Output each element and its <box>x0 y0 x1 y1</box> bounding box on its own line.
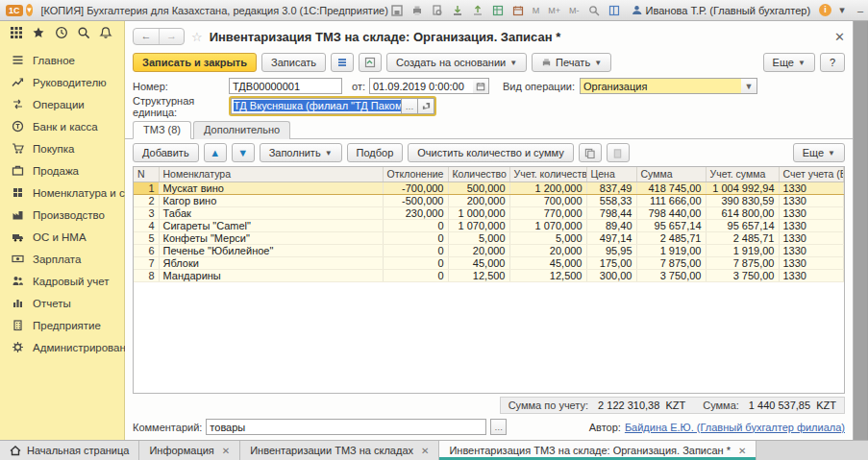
cell-acc-sum[interactable]: 2 485,71 <box>706 231 779 244</box>
sidebar-item-grid[interactable]: Номенклатура и склад <box>0 182 124 204</box>
zoom-button[interactable] <box>585 3 603 18</box>
cell-account[interactable]: 1330 <box>779 182 844 194</box>
date-field[interactable] <box>369 78 473 94</box>
comment-field[interactable] <box>206 419 486 435</box>
help-button[interactable]: ? <box>820 53 845 72</box>
close-tab-icon[interactable]: ✕ <box>738 446 746 456</box>
cell-deviation[interactable]: 0 <box>383 256 448 269</box>
export-button[interactable] <box>469 3 486 18</box>
cell-line-number[interactable]: 2 <box>134 194 159 206</box>
cell-price[interactable]: 837,49 <box>586 182 636 194</box>
cell-account[interactable]: 1330 <box>779 269 844 281</box>
save-button[interactable] <box>388 3 406 18</box>
cell-deviation[interactable]: -700,000 <box>383 182 448 194</box>
cell-deviation[interactable]: 0 <box>383 219 448 231</box>
cell-acc-sum[interactable]: 3 750,00 <box>706 269 779 281</box>
table-button[interactable] <box>489 3 507 18</box>
register-records-button[interactable] <box>331 53 354 72</box>
cell-account[interactable]: 1330 <box>779 256 844 269</box>
cell-acc-quantity[interactable]: 12,500 <box>509 269 586 281</box>
import-button[interactable] <box>449 3 466 18</box>
cell-acc-quantity[interactable]: 700,000 <box>509 194 586 206</box>
cell-price[interactable]: 558,33 <box>586 194 636 206</box>
col-header-acc-sum[interactable]: Учет. сумма <box>706 167 779 182</box>
col-header-account[interactable]: Счет учета (БУ) <box>779 167 844 182</box>
col-header-acc-quantity[interactable]: Учет. количество <box>509 167 586 182</box>
table-row[interactable]: 8Мандарины012,50012,500300,003 750,003 7… <box>134 269 844 281</box>
number-field[interactable] <box>229 78 342 94</box>
col-header-quantity[interactable]: Количество <box>448 167 509 182</box>
cell-quantity[interactable]: 1 070,000 <box>448 219 509 231</box>
info-button[interactable]: i <box>819 4 831 16</box>
cell-deviation[interactable]: 0 <box>383 269 448 281</box>
cell-account[interactable]: 1330 <box>779 194 844 206</box>
cell-nomenclature[interactable]: Конфеты "Мерси" <box>159 231 383 244</box>
cell-nomenclature[interactable]: Мандарины <box>159 269 383 281</box>
cell-sum[interactable]: 798 440,00 <box>636 206 706 219</box>
cell-line-number[interactable]: 7 <box>134 256 159 269</box>
print-button[interactable] <box>409 3 426 18</box>
pick-button[interactable]: Подбор <box>347 143 404 162</box>
cell-quantity[interactable]: 200,000 <box>448 194 509 206</box>
print-menu-button[interactable]: Печать▼ <box>532 53 611 72</box>
sidebar-item-factory[interactable]: Производство <box>0 204 124 226</box>
col-header-deviation[interactable]: Отклонение <box>383 167 448 182</box>
cell-sum[interactable]: 3 750,00 <box>636 269 706 281</box>
titlebar-menu-caret[interactable]: ▾ <box>834 4 850 16</box>
move-up-button[interactable]: ▲ <box>204 143 227 162</box>
table-row[interactable]: 2Кагор вино-500,000200,000700,000558,331… <box>134 194 844 206</box>
table-more-button[interactable]: Еще▼ <box>793 143 845 162</box>
cell-acc-sum[interactable]: 1 004 992,94 <box>706 182 779 194</box>
operation-kind-field[interactable] <box>580 78 741 94</box>
cell-price[interactable]: 95,95 <box>586 244 636 256</box>
operation-kind-dropdown-button[interactable]: ▼ <box>741 78 757 94</box>
fill-button[interactable]: Заполнить▼ <box>260 143 342 162</box>
window-tab-1[interactable]: Информация✕ <box>139 441 240 460</box>
favorite-star-icon[interactable]: ☆ <box>191 30 203 44</box>
minimize-button[interactable]: – <box>853 5 868 16</box>
sidebar-item-truck[interactable]: ОС и НМА <box>0 226 124 248</box>
memory-m-plus-button[interactable]: М+ <box>545 3 563 18</box>
cell-acc-quantity[interactable]: 45,000 <box>509 256 586 269</box>
cell-account[interactable]: 1330 <box>779 219 844 231</box>
calendar-button[interactable] <box>509 3 527 18</box>
notifications-button[interactable] <box>99 26 112 39</box>
save-and-close-button[interactable]: Записать и закрыть <box>133 53 257 72</box>
cell-line-number[interactable]: 6 <box>134 244 159 256</box>
cell-quantity[interactable]: 12,500 <box>448 269 509 281</box>
sidebar-item-trend-chart[interactable]: Руководителю <box>0 71 124 93</box>
clear-qty-sum-button[interactable]: Очистить количество и сумму <box>408 143 573 162</box>
cell-acc-sum[interactable]: 95 657,14 <box>706 219 779 231</box>
cell-price[interactable]: 89,40 <box>586 219 636 231</box>
sidebar-item-operations[interactable]: Операции <box>0 93 124 115</box>
tab-additional[interactable]: Дополнительно <box>193 121 290 139</box>
cell-line-number[interactable]: 3 <box>134 206 159 219</box>
cell-sum[interactable]: 95 657,14 <box>636 219 706 231</box>
back-button[interactable]: ← <box>134 29 159 44</box>
window-tab-2[interactable]: Инвентаризации ТМЗ на складах✕ <box>240 441 439 460</box>
cell-price[interactable]: 798,44 <box>586 206 636 219</box>
cell-acc-quantity[interactable]: 1 070,000 <box>509 219 586 231</box>
favorites-button[interactable] <box>32 26 45 39</box>
table-row[interactable]: 4Сигареты "Camel"01 070,0001 070,00089,4… <box>134 219 844 231</box>
cell-price[interactable]: 300,00 <box>586 269 636 281</box>
author-link[interactable]: Байдина Е.Ю. (Главный бухгалтер филиала) <box>625 422 845 433</box>
comment-expand-button[interactable]: … <box>490 419 507 435</box>
table-row[interactable]: 3Табак230,0001 000,000770,000798,44798 4… <box>134 206 844 219</box>
cell-quantity[interactable]: 45,000 <box>448 256 509 269</box>
cell-account[interactable]: 1330 <box>779 206 844 219</box>
window-tab-0[interactable]: Начальная страница <box>0 441 139 460</box>
cell-line-number[interactable]: 4 <box>134 219 159 231</box>
cell-price[interactable]: 175,00 <box>586 256 636 269</box>
more-button[interactable]: Еще▼ <box>763 53 815 72</box>
sidebar-item-gear[interactable]: Администрирование <box>0 336 124 358</box>
cell-deviation[interactable]: 230,000 <box>383 206 448 219</box>
table-row[interactable]: 5Конфеты "Мерси"05,0005,000497,142 485,7… <box>134 231 844 244</box>
cell-acc-sum[interactable]: 614 800,00 <box>706 206 779 219</box>
cell-sum[interactable]: 1 919,00 <box>636 244 706 256</box>
cell-deviation[interactable]: -500,000 <box>383 194 448 206</box>
close-tab-icon[interactable]: ✕ <box>222 446 230 456</box>
cell-price[interactable]: 497,14 <box>586 231 636 244</box>
form-close-button[interactable]: ✕ <box>834 30 845 44</box>
cell-quantity[interactable]: 5,000 <box>448 231 509 244</box>
